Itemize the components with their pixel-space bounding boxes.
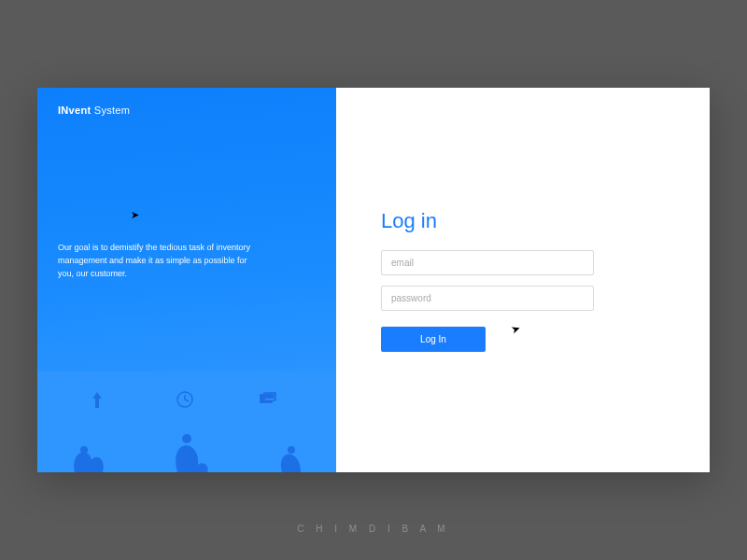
svg-point-5 [182,434,191,443]
brand-name-light: System [94,105,130,116]
illustration-panel [37,371,336,472]
login-button[interactable]: Log In [381,327,486,352]
promo-panel: INvent System Our goal is to demistify t… [37,88,336,472]
svg-point-6 [80,446,88,454]
login-card: INvent System Our goal is to demistify t… [37,88,710,472]
brand-logo: INvent System [58,105,316,116]
email-field[interactable] [381,250,594,275]
login-panel: Log in Log In ➤ [336,88,710,472]
svg-rect-0 [95,405,99,408]
author-credit: C H I M D I B A M [0,524,747,534]
password-field[interactable] [381,286,594,311]
tagline-text: Our goal is to demistify the tedious tas… [58,242,259,281]
brand-name-bold: INvent [58,105,91,116]
svg-point-7 [288,446,295,454]
illustration-icons [37,371,336,472]
login-title: Log in [381,209,710,233]
svg-rect-4 [265,399,274,400]
